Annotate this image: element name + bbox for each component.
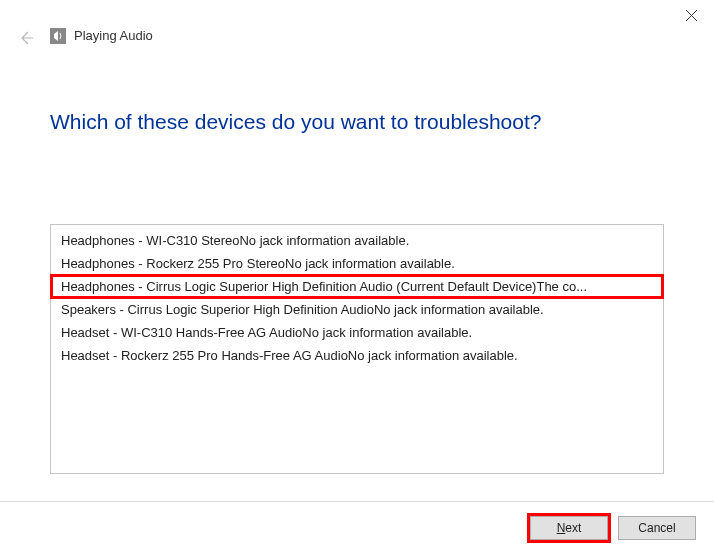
device-item-5[interactable]: Headset - Rockerz 255 Pro Hands-Free AG …	[51, 344, 663, 367]
titlebar-text: Playing Audio	[74, 28, 153, 43]
next-label-rest: ext	[565, 521, 581, 535]
close-button[interactable]	[669, 0, 714, 30]
device-list[interactable]: Headphones - WI-C310 StereoNo jack infor…	[50, 224, 664, 474]
app-icon	[50, 28, 66, 44]
arrow-left-icon	[18, 30, 34, 46]
device-item-2[interactable]: Headphones - Cirrus Logic Superior High …	[51, 275, 663, 298]
next-button[interactable]: Next	[530, 516, 608, 540]
footer: Next Cancel	[0, 501, 714, 553]
close-icon	[686, 10, 697, 21]
device-item-4[interactable]: Headset - WI-C310 Hands-Free AG AudioNo …	[51, 321, 663, 344]
device-item-3[interactable]: Speakers - Cirrus Logic Superior High De…	[51, 298, 663, 321]
content-area: Which of these devices do you want to tr…	[0, 36, 714, 474]
device-item-1[interactable]: Headphones - Rockerz 255 Pro StereoNo ja…	[51, 252, 663, 275]
cancel-button[interactable]: Cancel	[618, 516, 696, 540]
page-heading: Which of these devices do you want to tr…	[50, 110, 664, 134]
back-button[interactable]	[18, 30, 34, 51]
device-item-0[interactable]: Headphones - WI-C310 StereoNo jack infor…	[51, 229, 663, 252]
